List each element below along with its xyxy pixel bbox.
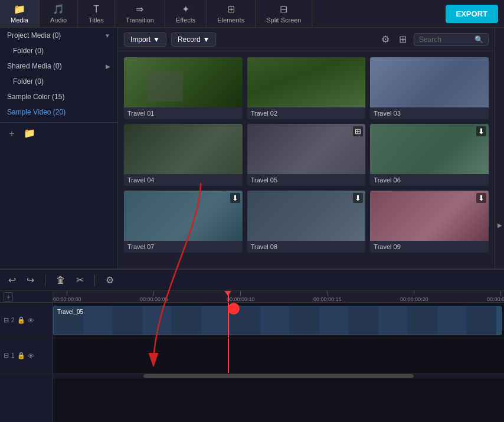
track-row-2: Travel_05 xyxy=(53,303,504,338)
timeline-scrollbar-thumb[interactable] xyxy=(143,374,414,378)
add-track-button[interactable]: + xyxy=(4,292,13,302)
ruler-mark-3: 00:00:00:15 xyxy=(313,291,342,302)
playhead-ruler xyxy=(228,291,229,302)
clip-frame-2 xyxy=(83,306,113,335)
media-label-travel01: Travel 01 xyxy=(124,107,243,119)
media-card-travel08[interactable]: ⬇ Travel 08 xyxy=(247,191,366,253)
playhead-line-t1 xyxy=(228,338,229,373)
media-card-travel02[interactable]: Travel 02 xyxy=(247,57,366,119)
settings-button[interactable]: ⚙ xyxy=(103,273,116,287)
media-label-travel06: Travel 06 xyxy=(370,174,489,186)
media-thumb-travel07: ⬇ xyxy=(124,191,243,241)
splitscreen-icon: ⊟ xyxy=(280,4,287,15)
media-thumb-travel01 xyxy=(124,57,243,107)
track-label-row-2: ⊟ 2 🔒 👁 xyxy=(0,303,53,338)
delete-button[interactable]: 🗑 xyxy=(54,274,68,287)
timeline-track-labels: + ⊟ 2 🔒 👁 ⊟ 1 🔒 👁 xyxy=(0,291,53,422)
elements-icon: ⊞ xyxy=(227,4,235,15)
sidebar-item-folder-0[interactable]: Folder (0) xyxy=(0,43,117,58)
timeline-ruler: 00:00:00:00 00:00:00:05 00:00:00:10 00:0… xyxy=(53,291,504,303)
record-dropdown[interactable]: Record ▼ xyxy=(171,32,217,47)
nav-item-transition[interactable]: ⇒ Transition xyxy=(115,0,165,27)
media-card-travel09[interactable]: ⬇ Travel 09 xyxy=(370,191,489,253)
ruler-mark-4: 00:00:00:20 xyxy=(400,291,428,302)
clip-frame-6 xyxy=(201,306,231,335)
import-dropdown[interactable]: Import ▼ xyxy=(124,32,166,47)
filter-icon-btn[interactable]: ⚙ xyxy=(379,32,392,46)
track-eye-btn-1[interactable]: 👁 xyxy=(28,352,34,359)
nav-item-titles[interactable]: T Titles xyxy=(78,0,115,27)
media-icon: 📁 xyxy=(14,4,25,15)
media-thumb-travel03 xyxy=(370,57,489,107)
nav-item-splitscreen[interactable]: ⊟ Split Screen xyxy=(256,0,312,27)
redo-button[interactable]: ↪ xyxy=(24,273,37,287)
search-input[interactable] xyxy=(419,35,472,44)
sidebar-item-project-media[interactable]: Project Media (0) ▼ xyxy=(0,28,117,43)
top-nav: 📁 Media 🎵 Audio T Titles ⇒ Transition ✦ … xyxy=(0,0,504,28)
clip-frame-9 xyxy=(290,306,319,335)
download-overlay-icon-9: ⬇ xyxy=(476,193,486,203)
chevron-down-icon: ▼ xyxy=(104,32,110,39)
clip-frame-13 xyxy=(408,306,437,335)
search-icon: 🔍 xyxy=(474,35,483,44)
content-toolbar: Import ▼ Record ▼ ⚙ ⊞ 🔍 xyxy=(118,28,495,51)
nav-label-splitscreen: Split Screen xyxy=(266,17,301,24)
nav-item-audio[interactable]: 🎵 Audio xyxy=(40,0,78,27)
track-row-1 xyxy=(53,338,504,374)
timeline-main: 00:00:00:00 00:00:00:05 00:00:00:10 00:0… xyxy=(53,291,504,422)
nav-item-media[interactable]: 📁 Media xyxy=(0,0,40,27)
clip-frame-3 xyxy=(113,306,142,335)
clip-frame-4 xyxy=(142,306,172,335)
timeline-body: + ⊟ 2 🔒 👁 ⊟ 1 🔒 👁 00:00 xyxy=(0,291,504,422)
track-grid-icon-1: ⊟ xyxy=(4,352,9,359)
media-thumb-travel08: ⬇ xyxy=(247,191,366,241)
add-media-icon[interactable]: ＋ xyxy=(7,127,17,140)
download-overlay-icon-6: ⬇ xyxy=(476,126,486,136)
track-lock-btn-1[interactable]: 🔒 xyxy=(17,352,25,359)
media-card-travel03[interactable]: Travel 03 xyxy=(370,57,489,119)
media-label-travel05: Travel 05 xyxy=(247,174,366,186)
clip-frame-11 xyxy=(349,306,378,335)
undo-button[interactable]: ↩ xyxy=(6,273,18,287)
transition-icon: ⇒ xyxy=(136,4,143,15)
add-folder-icon[interactable]: 📁 xyxy=(24,127,35,140)
clip-frame-14 xyxy=(437,306,467,335)
media-card-travel06[interactable]: ⬇ Travel 06 xyxy=(370,124,489,186)
timeline-scrollbar[interactable] xyxy=(53,374,504,378)
clip-frame-8 xyxy=(260,306,290,335)
media-card-travel07[interactable]: ⬇ Travel 07 xyxy=(124,191,243,253)
nav-label-media: Media xyxy=(11,17,28,24)
dropdown-arrow-icon-2: ▼ xyxy=(203,35,210,44)
export-button[interactable]: EXPORT xyxy=(446,5,498,23)
media-label-travel09: Travel 09 xyxy=(370,241,489,253)
nav-item-effects[interactable]: ✦ Effects xyxy=(165,0,207,27)
track-number-1: 1 xyxy=(11,352,15,359)
sidebar-item-shared-media[interactable]: Shared Media (0) ▶ xyxy=(0,58,117,74)
grid-icon-btn[interactable]: ⊞ xyxy=(397,32,409,46)
clip-frames xyxy=(54,306,501,335)
track-label-row-1: ⊟ 1 🔒 👁 xyxy=(0,338,53,374)
sidebar-item-sample-video[interactable]: Sample Video (20) xyxy=(0,104,117,120)
media-thumb-travel04 xyxy=(124,124,243,174)
nav-label-effects: Effects xyxy=(176,17,195,24)
track-lock-btn-2[interactable]: 🔒 xyxy=(17,316,25,324)
tracks-content: Travel_05 xyxy=(53,303,504,374)
media-card-travel01[interactable]: Travel 01 xyxy=(124,57,243,119)
playhead-circle xyxy=(228,303,240,315)
dropdown-arrow-icon: ▼ xyxy=(153,35,160,44)
media-card-travel04[interactable]: Travel 04 xyxy=(124,124,243,186)
media-card-travel05[interactable]: ⊞ Travel 05 xyxy=(247,124,366,186)
scissors-button[interactable]: ✂ xyxy=(74,273,86,287)
ruler-mark-0: 00:00:00:00 xyxy=(53,291,81,302)
video-clip-travel05[interactable]: Travel_05 xyxy=(53,306,502,335)
clip-frame-5 xyxy=(172,306,201,335)
playhead-tip xyxy=(224,291,231,296)
nav-label-transition: Transition xyxy=(126,17,154,24)
media-thumb-travel09: ⬇ xyxy=(370,191,489,241)
chevron-right-icon: ▶ xyxy=(106,63,110,70)
sidebar-item-sample-color[interactable]: Sample Color (15) xyxy=(0,89,117,104)
nav-item-elements[interactable]: ⊞ Elements xyxy=(207,0,256,27)
track-eye-btn-2[interactable]: 👁 xyxy=(28,317,34,324)
sidebar-item-folder-1[interactable]: Folder (0) xyxy=(0,74,117,89)
timeline-area: ↩ ↪ 🗑 ✂ ⚙ + ⊟ 2 🔒 👁 ⊟ 1 🔒 xyxy=(0,269,504,422)
